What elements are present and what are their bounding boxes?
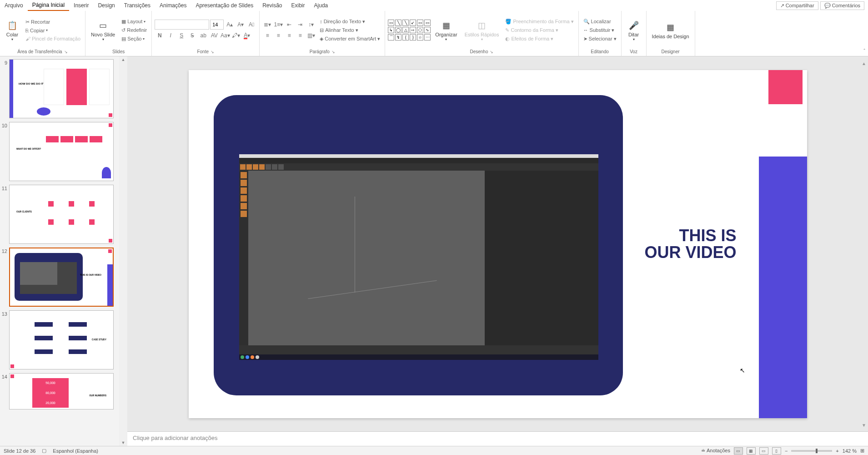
bullets-button[interactable]: ≣▾ [262, 20, 272, 30]
shape-hex[interactable]: ⬡ [417, 27, 423, 33]
thumbnail-slide-14[interactable]: 50,000 80,000 20,000 OUR NUMBERS [9, 373, 114, 410]
char-spacing-button[interactable]: AV [209, 30, 219, 40]
quick-styles-button[interactable]: ◫ Estilos Rápidos▾ [462, 17, 502, 43]
shape-effects-button[interactable]: ◐Efeitos de Forma ▾ [503, 35, 575, 43]
format-painter-button[interactable]: 🖌Pincel de Formatação [24, 35, 82, 42]
align-center-button[interactable]: ≡ [273, 30, 283, 40]
shape-star[interactable]: ☆ [417, 34, 423, 40]
shape-curve[interactable]: ⌒ [388, 34, 394, 40]
align-text-button[interactable]: ⊟Alinhar Texto ▾ [318, 26, 382, 34]
section-button[interactable]: ▤Seção▾ [120, 35, 149, 43]
tab-pagina-inicial[interactable]: Página Inicial [28, 0, 69, 11]
accessibility-icon[interactable]: ▢ [42, 448, 46, 454]
cut-button[interactable]: ✂Recortar [24, 18, 82, 26]
highlight-button[interactable]: 🖍▾ [231, 30, 241, 40]
align-right-button[interactable]: ≡ [284, 30, 294, 40]
tab-apresentacao[interactable]: Apresentação de Slides [191, 0, 258, 10]
underline-button[interactable]: S [176, 30, 186, 40]
change-case-button[interactable]: Aa▾ [220, 30, 230, 40]
scroll-up-icon[interactable]: ▲ [862, 61, 866, 66]
shape-textbox[interactable]: ▭ [388, 20, 394, 26]
scroll-down-icon[interactable]: ▼ [121, 440, 125, 445]
replace-button[interactable]: ↔Substituir ▾ [582, 26, 618, 34]
font-name-combo[interactable] [155, 20, 209, 30]
paste-button[interactable]: 📋 Colar ▾ [3, 17, 22, 43]
shape-rect[interactable]: ▭ [417, 20, 423, 26]
shape-fill-button[interactable]: 🪣Preenchimento da Forma ▾ [503, 18, 575, 25]
notes-toggle-button[interactable]: ≐ Anotações [701, 448, 730, 454]
tab-animacoes[interactable]: Animações [155, 0, 191, 10]
share-button[interactable]: ↗Compartilhar [776, 1, 818, 10]
shape-scribble[interactable]: ∿ [424, 27, 431, 33]
scroll-up-icon[interactable]: ▲ [121, 57, 125, 62]
zoom-slider[interactable] [791, 450, 832, 452]
thumbnail-panel[interactable]: 9 HOW DO WE DO IT? 10 WHAT DO WE OFFER? [0, 56, 127, 446]
fit-to-window-button[interactable]: ⊞ [860, 448, 864, 454]
tab-ajuda[interactable]: Ajuda [310, 0, 333, 10]
arrange-button[interactable]: ▦ Organizar▾ [432, 17, 460, 43]
reset-button[interactable]: ↺Redefinir [120, 26, 149, 34]
line-spacing-button[interactable]: ↕▾ [306, 20, 316, 30]
design-ideas-button[interactable]: ▦ Ideias de Design [649, 19, 692, 41]
text-direction-button[interactable]: ↕Direção do Texto ▾ [318, 18, 382, 25]
numbering-button[interactable]: 1≡▾ [273, 20, 283, 30]
slide-title-text[interactable]: THIS IS OUR VIDEO [644, 227, 736, 262]
slide-shape-pink[interactable] [768, 70, 803, 104]
font-color-button[interactable]: A▾ [242, 30, 252, 40]
slide-embedded-app[interactable] [239, 154, 598, 354]
normal-view-button[interactable]: ▭ [734, 447, 743, 455]
shape-outline-button[interactable]: ✎Contorno da Forma ▾ [503, 26, 575, 34]
slide-counter[interactable]: Slide 12 de 36 [4, 448, 35, 454]
strike-button[interactable]: S̶ [187, 30, 197, 40]
layout-button[interactable]: ▦Layout▾ [120, 18, 149, 25]
tab-arquivo[interactable]: Arquivo [0, 0, 28, 10]
justify-button[interactable]: ≡ [295, 30, 305, 40]
paragraph-dialog-launcher[interactable]: ↘ [331, 50, 335, 54]
copy-button[interactable]: ⎘Copiar▾ [24, 27, 82, 34]
shadow-button[interactable]: ab [198, 30, 208, 40]
select-button[interactable]: ➤Selecionar ▾ [582, 35, 618, 43]
align-left-button[interactable]: ≡ [262, 30, 272, 40]
clipboard-dialog-launcher[interactable]: ↘ [64, 50, 68, 54]
thumbnail-slide-11[interactable]: OUR CLIENTS [9, 185, 114, 244]
thumbnail-slide-10[interactable]: WHAT DO WE OFFER? [9, 122, 114, 181]
thumbnail-slide-12[interactable]: THIS IS OUR VIDEO [9, 248, 114, 307]
thumbnail-scrollbar[interactable]: ▲ ▼ [119, 56, 127, 446]
sorter-view-button[interactable]: ▦ [747, 447, 756, 455]
tab-revisao[interactable]: Revisão [258, 0, 286, 10]
reading-view-button[interactable]: ▭ [759, 447, 768, 455]
find-button[interactable]: 🔍Localizar [582, 18, 618, 25]
columns-button[interactable]: ▥▾ [306, 30, 316, 40]
tab-design[interactable]: Design [93, 0, 119, 10]
shape-triangle[interactable]: △ [402, 27, 409, 33]
slide[interactable]: THIS IS OUR VIDEO [189, 70, 807, 418]
shape-arrow-l[interactable]: ↙ [410, 20, 416, 26]
thumbnail-slide-13[interactable]: CASE STUDY [9, 310, 114, 369]
clear-format-button[interactable]: A⃠ [246, 20, 256, 30]
shape-oval[interactable]: ◯ [395, 27, 401, 33]
font-size-combo[interactable]: 14 [210, 20, 224, 30]
slide-video-container[interactable] [214, 95, 623, 395]
shape-brace-r[interactable]: } [410, 34, 416, 40]
shapes-gallery[interactable]: ▭ ╲ ╲ ↙ ▭ ▭ ↳ ◯ △ ⇨ ⬡ ∿ ⌒ ↯ { } ☆ ⋯ [388, 20, 431, 40]
shape-rect2[interactable]: ▭ [424, 20, 431, 26]
notes-pane[interactable]: Clique para adicionar anotações [127, 431, 868, 446]
collapse-ribbon-button[interactable]: ˆ [863, 48, 865, 54]
slide-shape-purple[interactable] [759, 157, 807, 418]
drawing-dialog-launcher[interactable]: ↘ [490, 50, 493, 54]
decrease-indent-button[interactable]: ⇤ [284, 20, 294, 30]
shape-more[interactable]: ⋯ [424, 34, 431, 40]
new-slide-button[interactable]: ▭ Novo Slide ▾ [88, 17, 118, 43]
zoom-in-button[interactable]: + [836, 448, 838, 454]
increase-indent-button[interactable]: ⇥ [295, 20, 305, 30]
shape-connector2[interactable]: ↯ [395, 34, 401, 40]
scroll-down-icon[interactable]: ▼ [862, 423, 866, 428]
canvas-vertical-scrollbar[interactable]: ▲ ▼ [860, 61, 868, 428]
language-status[interactable]: Espanhol (Espanha) [53, 448, 98, 454]
shape-arrow-r[interactable]: ⇨ [410, 27, 416, 33]
tab-transicoes[interactable]: Transições [120, 0, 155, 10]
zoom-level[interactable]: 142 % [843, 448, 857, 454]
shape-connector[interactable]: ↳ [388, 27, 394, 33]
italic-button[interactable]: I [166, 30, 176, 40]
comments-button[interactable]: 💬Comentários [820, 1, 864, 10]
